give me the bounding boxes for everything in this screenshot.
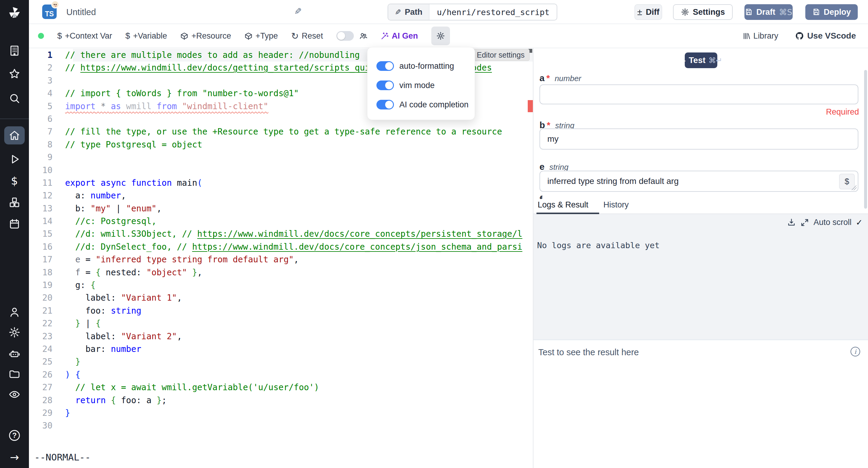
sidebar-item-folders[interactable] [0,365,29,382]
panel-divider[interactable] [533,48,533,468]
code-line-17[interactable]: 17 e = "inferred type string from defaul… [29,253,533,266]
code-line-15[interactable]: 15 //d: wmill.S3Object, // https://www.w… [29,228,533,240]
sidebar-item-search[interactable] [0,90,29,107]
library-button[interactable]: Library [742,31,778,41]
code-line-content[interactable] [63,419,65,432]
code-line-16[interactable]: 16 //d: DynSelect_foo, // https://www.wi… [29,241,533,253]
windmill-logo[interactable] [0,4,29,21]
sidebar-item-home[interactable] [4,126,25,144]
draft-button[interactable]: Draft ⌘S [744,4,793,20]
sidebar-item-schedules[interactable] [0,215,29,233]
code-line-30[interactable]: 30 [29,419,533,432]
code-line-13[interactable]: 13 b: "my" | "enum", [29,202,533,215]
field-e-input[interactable]: inferred type string from default arg $ [539,171,858,192]
code-line-content[interactable]: } [63,355,81,368]
deploy-button[interactable]: Deploy [805,4,858,20]
code-line-content[interactable]: } | { [63,317,101,330]
code-line-12[interactable]: 12 a: number, [29,189,533,202]
code-line-content[interactable] [63,75,65,87]
sidebar-item-audit-logs[interactable] [0,386,29,403]
code-line-content[interactable]: // import { toWords } from "number-to-wo… [63,87,299,100]
code-line-25[interactable]: 25 } [29,355,533,368]
field-a-input[interactable] [539,84,858,104]
code-line-content[interactable]: //d: DynSelect_foo, // https://www.windm… [63,241,522,253]
download-icon[interactable] [787,218,796,227]
code-line-20[interactable]: 20 label: "Variant 1", [29,292,533,304]
code-line-content[interactable]: // there are multiple modes to add as he… [63,49,360,61]
auto-formatting-toggle[interactable] [376,61,394,71]
code-line-content[interactable] [63,113,65,125]
code-line-content[interactable]: return { foo: a }; [63,394,167,407]
sidebar-item-workspace[interactable] [0,42,29,59]
code-line-content[interactable]: b: "my" | "enum", [63,202,161,215]
diff-button[interactable]: ± Diff [634,4,662,20]
code-line-28[interactable]: 28 return { foo: a }; [29,394,533,407]
code-line-8[interactable]: 8// type Postgresql = object [29,138,533,151]
code-line-29[interactable]: 29} [29,407,533,419]
code-line-content[interactable]: } [63,407,70,419]
ai-gen-button[interactable]: AI Gen [381,31,418,41]
path-value[interactable]: u/henri/restored_script [430,4,557,20]
path-field[interactable]: ✎ Path u/henri/restored_script [388,4,557,21]
auto-scroll-checkbox[interactable]: ✓ [856,218,863,227]
code-line-content[interactable]: import * as wmill from "windmill-client" [63,100,268,113]
sidebar-item-variables[interactable]: $ [0,172,29,189]
ai-code-completion-toggle[interactable] [376,100,394,110]
add-resource-button[interactable]: +Resource [180,31,231,41]
sidebar-item-runs[interactable] [0,151,29,168]
code-line-7[interactable]: 7// fill the type, or use the +Resource … [29,125,533,138]
sidebar-item-workers[interactable] [0,345,29,362]
reset-button[interactable]: ↻ Reset [291,31,323,41]
code-line-content[interactable]: bar: number [63,343,141,355]
code-line-18[interactable]: 18 f = { nested: "object" }, [29,266,533,279]
code-line-content[interactable]: foo: string [63,304,141,317]
code-line-content[interactable]: ) { [63,369,81,381]
code-line-content[interactable]: a: number, [63,189,126,202]
code-line-22[interactable]: 22 } | { [29,317,533,330]
settings-button[interactable]: Settings [673,4,733,20]
sidebar-item-settings[interactable] [0,324,29,341]
add-type-button[interactable]: +Type [244,31,278,41]
add-variable-button[interactable]: $ +Variable [125,31,167,41]
add-context-var-button[interactable]: $ +Context Var [57,31,112,41]
tab-history[interactable]: History [603,200,629,210]
code-line-content[interactable]: // type Postgresql = object [63,138,202,151]
use-vscode-button[interactable]: Use VScode [795,31,856,41]
code-line-24[interactable]: 24 bar: number [29,343,533,355]
sidebar-item-resources[interactable] [0,194,29,211]
resize-handle[interactable] [852,185,857,190]
code-line-content[interactable]: label: "Variant 2", [63,330,182,343]
code-line-26[interactable]: 26) { [29,369,533,381]
vim-mode-toggle[interactable] [376,81,394,90]
sidebar-expand-button[interactable]: → [0,449,29,466]
field-b-input[interactable]: my [539,128,858,150]
edit-title-pencil-icon[interactable]: ✎ [294,6,302,17]
code-line-27[interactable]: 27 // let x = await wmill.getVariable('u… [29,381,533,394]
code-line-14[interactable]: 14 //c: Postgresql, [29,215,533,228]
code-line-9[interactable]: 9 [29,151,533,164]
code-line-content[interactable]: export async function main( [63,177,202,189]
expand-icon[interactable] [800,218,809,227]
code-line-content[interactable] [63,164,65,177]
code-line-content[interactable]: // let x = await wmill.getVariable('u/us… [63,381,319,394]
code-line-content[interactable]: f = { nested: "object" }, [63,266,202,279]
code-line-11[interactable]: 11export async function main( [29,177,533,189]
code-line-10[interactable]: 10 [29,164,533,177]
sidebar-item-help[interactable]: ? [0,427,29,444]
code-line-21[interactable]: 21 foo: string [29,304,533,317]
editor-settings-button[interactable] [431,27,450,45]
sidebar-item-users[interactable] [0,304,29,321]
test-button[interactable]: ▷ Test ⌘↵ [685,53,717,68]
multiplayer-toggle[interactable] [336,31,354,41]
code-line-content[interactable] [63,151,65,164]
info-icon[interactable]: i [850,347,860,356]
code-line-content[interactable]: //d: wmill.S3Object, // https://www.wind… [63,228,522,240]
form-scrollbar[interactable] [864,70,867,209]
sidebar-item-favorites[interactable] [0,65,29,82]
tab-logs-result[interactable]: Logs & Result [538,200,588,210]
code-line-content[interactable]: g: { [63,279,96,292]
code-line-23[interactable]: 23 label: "Variant 2", [29,330,533,343]
code-line-content[interactable]: //c: Postgresql, [63,215,156,228]
code-line-content[interactable]: label: "Variant 1", [63,292,182,304]
code-line-19[interactable]: 19 g: { [29,279,533,292]
